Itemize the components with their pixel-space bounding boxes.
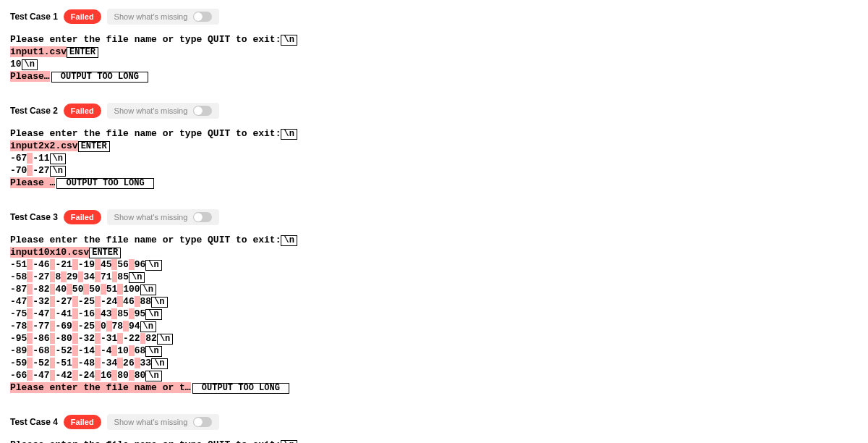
output-text: -47 [10,296,27,307]
output-text: 50 [72,284,84,295]
output-line: -95 -86 -80 -32 -31 -22 82\n [10,332,858,345]
output-too-long-token: OUTPUT TOO LONG [192,383,289,394]
toggle-switch[interactable] [193,106,212,116]
output-text: -46 [33,259,49,270]
status-badge-failed: Failed [64,104,101,118]
output-text: -52 [55,345,72,356]
test-case-header: Test Case 1FailedShow what's missing [10,9,858,25]
show-whats-missing-control[interactable]: Show what's missing [107,9,220,25]
output-text: 80 [117,370,129,381]
output-text: 96 [135,259,146,270]
output-line: Please … OUTPUT TOO LONG [10,177,858,189]
test-output: Please enter the file name or type QUIT … [10,439,858,443]
test-case-title: Test Case 4 [10,417,58,427]
output-text: -19 [78,259,95,270]
output-text: -42 [55,370,72,381]
output-text: -16 [78,308,95,319]
output-text: -11 [33,153,49,164]
show-whats-missing-control[interactable]: Show what's missing [107,103,220,119]
newline-token: \n [157,334,173,345]
output-line: -51 -46 -21 -19 45 56 96\n [10,258,858,271]
highlight-diff [95,321,101,332]
show-whats-missing-control[interactable]: Show what's missing [107,209,220,225]
output-text: Please enter the file name or type QUIT … [10,128,281,139]
show-whats-missing-control[interactable]: Show what's missing [107,414,220,430]
output-line: -59 -52 -51 -48 -34 26 33\n [10,357,858,369]
highlight-diff: Please… [10,71,50,82]
output-line: input1.csvENTER [10,46,858,58]
enter-token: ENTER [78,141,110,152]
highlight-diff: Please … [10,177,55,188]
output-text: 10 [117,345,129,356]
output-text: 43 [101,308,112,319]
test-case: Test Case 2FailedShow what's missingPlea… [10,103,858,189]
test-case-header: Test Case 2FailedShow what's missing [10,103,858,119]
output-text: -68 [33,345,49,356]
output-text: -70 [10,165,27,176]
output-text: 0 [101,321,106,332]
output-line: -58 -27 8 29 34 71 85\n [10,271,858,283]
output-line: -89 -68 -52 -14 -4 10 68\n [10,345,858,357]
highlight-diff [117,296,123,307]
toggle-switch[interactable] [193,212,212,222]
output-text: -27 [33,271,49,282]
newline-token: \n [129,272,145,283]
output-text: Please enter the file name or type QUIT … [10,34,281,45]
highlight-diff [61,271,67,282]
show-whats-missing-label: Show what's missing [114,106,188,115]
output-text: -69 [55,321,72,332]
highlight-diff [117,333,123,344]
output-text: 16 [101,370,112,381]
highlight-diff [95,259,101,270]
output-line: -70 -27\n [10,164,858,177]
output-text: 50 [89,284,101,295]
output-line: -67 -11\n [10,152,858,164]
output-text: 56 [117,259,129,270]
output-too-long-token: OUTPUT TOO LONG [56,178,153,189]
output-text: -95 [10,333,27,344]
toggle-switch[interactable] [193,12,212,22]
highlight-diff [135,296,140,307]
output-text: -24 [101,296,117,307]
newline-token: \n [145,346,161,357]
newline-token: \n [140,284,156,295]
highlight-diff [123,321,129,332]
output-text: -86 [33,333,49,344]
output-text: -27 [33,165,49,176]
show-whats-missing-label: Show what's missing [114,12,188,21]
output-text: -51 [10,259,27,270]
output-text: -75 [10,308,27,319]
newline-token: \n [145,260,161,271]
newline-token: \n [281,235,297,246]
newline-token: \n [145,371,161,381]
output-text: 82 [145,333,157,344]
highlight-diff [95,370,101,381]
highlight-diff [106,321,112,332]
output-line: Please enter the file name or type QUIT … [10,439,858,443]
output-text: 46 [123,296,135,307]
test-case-header: Test Case 4FailedShow what's missing [10,414,858,430]
status-badge-failed: Failed [64,210,101,224]
output-text: -89 [10,345,27,356]
highlight-diff [129,259,135,270]
output-line: Please enter the file name or t… OUTPUT … [10,381,858,394]
output-text: 29 [67,271,78,282]
output-text: -24 [78,370,95,381]
newline-token: \n [50,166,66,177]
highlight-diff [117,284,123,295]
output-line: 10\n [10,58,858,70]
output-text: -47 [33,370,49,381]
output-line: input10x10.csvENTER [10,246,858,258]
toggle-switch[interactable] [193,417,212,427]
newline-token: \n [281,129,297,140]
output-text: -78 [10,321,27,332]
test-output: Please enter the file name or type QUIT … [10,33,858,83]
output-text: -32 [33,296,49,307]
highlight-diff [129,345,135,356]
output-text: -4 [101,345,112,356]
highlight-diff [72,296,78,307]
output-text: -25 [78,321,95,332]
test-case: Test Case 4FailedShow what's missingPlea… [10,414,858,443]
newline-token: \n [281,440,297,443]
output-text: -87 [10,284,27,295]
